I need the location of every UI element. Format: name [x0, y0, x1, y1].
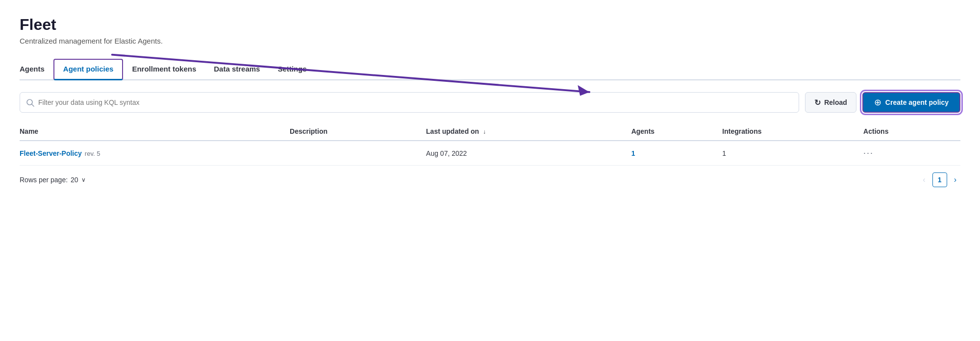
tab-agents[interactable]: Agents [20, 60, 53, 80]
cell-policy-name: Fleet-Server-Policyrev. 5 [20, 141, 290, 166]
col-description: Description [290, 122, 426, 141]
page-subtitle: Centralized management for Elastic Agent… [20, 37, 960, 45]
plus-icon: ⊕ [874, 98, 881, 107]
cell-actions: ··· [863, 141, 960, 166]
col-agents: Agents [631, 122, 723, 141]
agent-count-link[interactable]: 1 [631, 149, 635, 157]
rows-per-page-control[interactable]: Rows per page: 20 ∨ [20, 176, 86, 184]
cell-last-updated: Aug 07, 2022 [426, 141, 631, 166]
table-header-row: Name Description Last updated on ↓ Agent… [20, 122, 960, 141]
col-actions: Actions [863, 122, 960, 141]
tab-settings[interactable]: Settings [269, 60, 315, 80]
page-container: Fleet Centralized management for Elastic… [0, 0, 980, 341]
search-box [20, 92, 799, 113]
pagination: ‹ 1 › [919, 172, 960, 187]
cell-description [290, 141, 426, 166]
create-label: Create agent policy [885, 98, 949, 106]
sort-desc-icon: ↓ [483, 128, 486, 135]
actions-menu-icon[interactable]: ··· [863, 148, 874, 158]
cell-integrations: 1 [722, 141, 863, 166]
toolbar: ↻ Reload ⊕ Create agent policy [20, 92, 960, 113]
revision-badge: rev. 5 [85, 150, 101, 157]
chevron-down-icon: ∨ [81, 176, 86, 183]
tab-enrollment-tokens[interactable]: Enrollment tokens [123, 60, 205, 80]
col-integrations: Integrations [722, 122, 863, 141]
page-title: Fleet [20, 16, 960, 34]
cell-agents: 1 [631, 141, 723, 166]
tab-agent-policies[interactable]: Agent policies [53, 59, 124, 80]
search-input[interactable] [38, 98, 793, 106]
page-prev-icon: ‹ [919, 173, 929, 186]
agent-policies-table: Name Description Last updated on ↓ Agent… [20, 122, 960, 166]
search-icon [26, 98, 34, 107]
tab-data-streams[interactable]: Data streams [205, 60, 269, 80]
reload-icon: ↻ [814, 98, 821, 107]
rows-per-page-label: Rows per page: [20, 176, 68, 184]
svg-line-3 [32, 104, 34, 106]
page-number-1[interactable]: 1 [932, 172, 947, 187]
table-footer: Rows per page: 20 ∨ ‹ 1 › [20, 166, 960, 187]
create-agent-policy-button[interactable]: ⊕ Create agent policy [862, 92, 960, 113]
table-row: Fleet-Server-Policyrev. 5 Aug 07, 2022 1… [20, 141, 960, 166]
reload-button[interactable]: ↻ Reload [805, 92, 856, 113]
rows-per-page-value: 20 [71, 176, 78, 184]
policy-name-link[interactable]: Fleet-Server-Policy [20, 149, 82, 157]
tabs-bar: Agents Agent policies Enrollment tokens … [20, 59, 960, 80]
reload-label: Reload [824, 98, 847, 106]
col-last-updated[interactable]: Last updated on ↓ [426, 122, 631, 141]
page-next-icon[interactable]: › [950, 173, 960, 186]
col-name: Name [20, 122, 290, 141]
